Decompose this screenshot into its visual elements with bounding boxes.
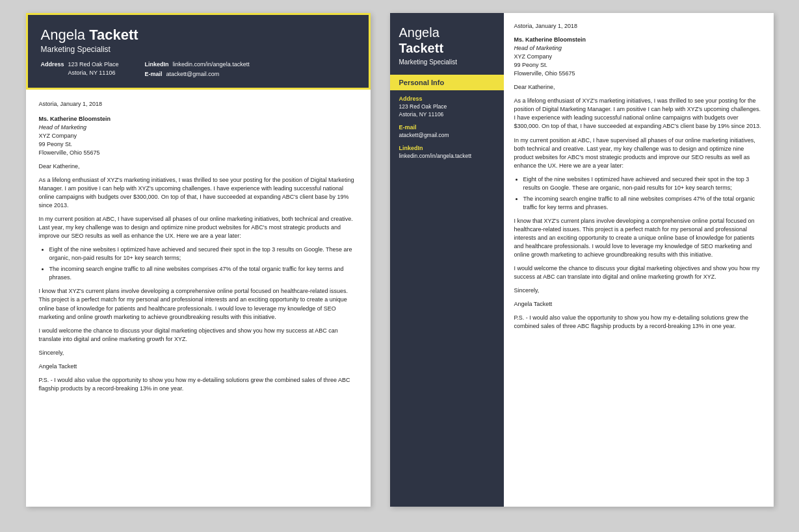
signature: Angela Tackett — [39, 362, 358, 371]
sidebar-last-name: Tackett — [399, 41, 444, 55]
recipient-title: Head of Marketing — [39, 124, 87, 131]
email-value: atackett@gmail.com — [166, 70, 220, 79]
left-header: Angela Tackett Marketing Specialist Addr… — [26, 13, 371, 90]
linkedin-value: linkedin.com/in/angela.tackett — [173, 60, 250, 69]
right-bullet2: The incoming search engine traffic to al… — [523, 195, 763, 212]
right-signature: Angela Tackett — [514, 300, 763, 309]
right-greeting: Dear Katherine, — [514, 83, 763, 92]
right-main: Astoria, January 1, 2018 Ms. Katherine B… — [504, 13, 774, 507]
ps: P.S. - I would also value the opportunit… — [39, 376, 358, 393]
sidebar-email-label: E-mail — [399, 124, 495, 131]
right-address2: Flowerville, Ohio 55675 — [514, 70, 575, 77]
sidebar-info: Address 123 Red Oak Place Astoria, NY 11… — [390, 90, 504, 171]
address-line2: Astoria, NY 11106 — [68, 70, 116, 76]
bullet-list: Eight of the nine websites I optimized h… — [49, 246, 358, 282]
left-name: Angela Tackett — [41, 27, 356, 44]
greeting: Dear Katherine, — [39, 162, 358, 171]
sidebar-email-value: atackett@gmail.com — [399, 132, 495, 140]
right-sidebar: Angela Tackett Marketing Specialist Pers… — [390, 13, 504, 507]
company: XYZ Company — [39, 133, 77, 139]
address2: Flowerville, Ohio 55675 — [39, 149, 100, 156]
left-contact-row: Address 123 Red Oak Place Astoria, NY 11… — [41, 60, 356, 78]
right-bullet-list: Eight of the nine websites I optimized h… — [523, 175, 763, 212]
right-para2: In my current position at ABC, I have su… — [514, 136, 763, 170]
right-date: Astoria, January 1, 2018 — [514, 22, 763, 31]
right-recipient-title: Head of Marketing — [514, 45, 562, 51]
para1: As a lifelong enthusiast of XYZ's market… — [39, 176, 358, 210]
right-para1: As a lifelong enthusiast of XYZ's market… — [514, 97, 763, 131]
right-document: Angela Tackett Marketing Specialist Pers… — [390, 13, 774, 507]
left-recipient: Ms. Katherine Bloomstein Head of Marketi… — [39, 115, 358, 157]
bullet1: Eight of the nine websites I optimized h… — [49, 246, 358, 262]
personal-info-section: Personal Info — [390, 75, 504, 90]
sidebar-bottom — [390, 171, 504, 366]
address-line1: 123 Red Oak Place — [68, 61, 119, 68]
right-company: XYZ Company — [514, 53, 553, 60]
right-recipient: Ms. Katherine Bloomstein Head of Marketi… — [514, 36, 763, 78]
right-para3: I know that XYZ's current plans involve … — [514, 217, 763, 259]
sidebar-title: Marketing Specialist — [399, 58, 495, 66]
left-address: Address 123 Red Oak Place Astoria, NY 11… — [41, 60, 119, 77]
bullet2: The incoming search engine traffic to al… — [49, 265, 358, 282]
right-ps: P.S. - I would also value the opportunit… — [514, 314, 763, 331]
left-email: E-mail atackett@gmail.com — [145, 70, 250, 79]
closing: Sincerely, — [39, 349, 358, 357]
address1: 99 Peony St. — [39, 141, 73, 147]
left-body: Astoria, January 1, 2018 Ms. Katherine B… — [26, 90, 371, 409]
sidebar-address-label: Address — [399, 95, 495, 102]
sidebar-address-line1: 123 Red Oak Place — [399, 103, 447, 110]
sidebar-header: Angela Tackett Marketing Specialist — [390, 13, 504, 75]
left-date: Astoria, January 1, 2018 — [39, 100, 358, 108]
last-name: Tackett — [89, 27, 138, 43]
right-recipient-name: Ms. Katherine Bloomstein — [514, 36, 586, 43]
right-closing: Sincerely, — [514, 286, 763, 295]
email-label: E-mail — [145, 70, 163, 79]
recipient-name: Ms. Katherine Bloomstein — [39, 116, 111, 122]
address-value: 123 Red Oak Place Astoria, NY 11106 — [68, 60, 119, 77]
right-para4: I would welcome the chance to discuss yo… — [514, 264, 763, 281]
personal-info-label: Personal Info — [399, 79, 445, 86]
para3: I know that XYZ's current plans involve … — [39, 287, 358, 321]
sidebar-linkedin-label: LinkedIn — [399, 145, 495, 151]
left-contact-col-2: LinkedIn linkedin.com/in/angela.tackett … — [145, 60, 250, 78]
left-contact-col-1: Address 123 Red Oak Place Astoria, NY 11… — [41, 60, 119, 78]
left-title: Marketing Specialist — [41, 45, 356, 54]
sidebar-address-line2: Astoria, NY 11106 — [399, 111, 444, 118]
sidebar-first-name: Angela — [399, 25, 439, 40]
para2: In my current position at ABC, I have su… — [39, 215, 358, 240]
right-bullet1: Eight of the nine websites I optimized h… — [523, 175, 763, 192]
sidebar-linkedin-value: linkedin.com/in/angela.tackett — [399, 153, 495, 160]
linkedin-label: LinkedIn — [145, 60, 169, 69]
sidebar-name: Angela Tackett — [399, 25, 495, 56]
para4: I would welcome the chance to discuss yo… — [39, 327, 358, 344]
left-linkedin: LinkedIn linkedin.com/in/angela.tackett — [145, 60, 250, 69]
right-address1: 99 Peony St. — [514, 62, 548, 68]
address-label: Address — [41, 60, 64, 77]
left-document: Angela Tackett Marketing Specialist Addr… — [26, 13, 371, 507]
sidebar-address-value: 123 Red Oak Place Astoria, NY 11106 — [399, 103, 495, 119]
first-name: Angela — [41, 27, 86, 43]
